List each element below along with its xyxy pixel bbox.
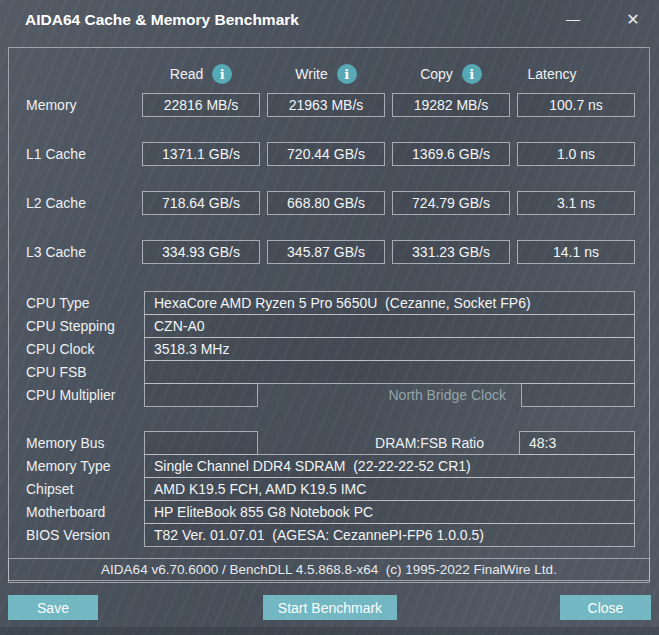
cpu-info-group: CPU Type HexaCore AMD Ryzen 5 Pro 5650U …: [9, 291, 649, 408]
l1-latency-value: 1.0 ns: [517, 142, 635, 166]
memory-type-value: Single Channel DDR4 SDRAM (22-22-22-52 C…: [144, 454, 635, 478]
main-panel: Read i Write i Copy i Latency Memory 228…: [8, 47, 650, 583]
version-info: AIDA64 v6.70.6000 / BenchDLL 4.5.868.8-x…: [8, 558, 650, 581]
cpu-clock-label: CPU Clock: [26, 337, 94, 361]
l1-write-value: 720.44 GB/s: [267, 142, 385, 166]
cpu-fsb-label: CPU FSB: [26, 360, 87, 384]
close-icon: ✕: [626, 10, 639, 29]
benchmark-row-l1-cache: L1 Cache 1371.1 GB/s 720.44 GB/s 1369.6 …: [9, 142, 649, 166]
start-benchmark-button[interactable]: Start Benchmark: [263, 595, 397, 620]
benchmark-row-memory: Memory 22816 MB/s 21963 MB/s 19282 MB/s …: [9, 93, 649, 117]
benchmark-header: Read i Write i Copy i Latency: [9, 63, 649, 85]
write-info-icon[interactable]: i: [337, 64, 357, 84]
cpu-multiplier-value: [144, 383, 258, 407]
north-bridge-clock-value: [521, 383, 635, 407]
l3-copy-value: 331.23 GB/s: [392, 240, 510, 264]
minimize-button[interactable]: —: [556, 2, 590, 36]
chipset-value: AMD K19.5 FCH, AMD K19.5 IMC: [144, 477, 635, 501]
chipset-label: Chipset: [26, 477, 73, 501]
latency-header-label: Latency: [527, 66, 576, 82]
minimize-icon: —: [566, 11, 580, 27]
save-button[interactable]: Save: [8, 595, 98, 620]
cpu-type-label: CPU Type: [26, 291, 90, 315]
row-label-l2-cache: L2 Cache: [26, 191, 86, 215]
row-label-l3-cache: L3 Cache: [26, 240, 86, 264]
motherboard-value: HP EliteBook 855 G8 Notebook PC: [144, 500, 635, 524]
bios-version-label: BIOS Version: [26, 523, 110, 547]
memory-read-value: 22816 MB/s: [142, 93, 260, 117]
l2-copy-value: 724.79 GB/s: [392, 191, 510, 215]
window-title: AIDA64 Cache & Memory Benchmark: [25, 0, 299, 40]
l1-read-value: 1371.1 GB/s: [142, 142, 260, 166]
column-header-read: Read i: [142, 63, 260, 85]
system-info-group: Memory Bus DRAM:FSB Ratio 48:3 Memory Ty…: [9, 431, 649, 548]
column-header-latency: Latency: [517, 63, 635, 85]
l3-read-value: 334.93 GB/s: [142, 240, 260, 264]
north-bridge-clock-label: North Bridge Clock: [309, 383, 506, 407]
cpu-type-value: HexaCore AMD Ryzen 5 Pro 5650U (Cezanne,…: [144, 291, 635, 315]
l2-latency-value: 3.1 ns: [517, 191, 635, 215]
l2-write-value: 668.80 GB/s: [267, 191, 385, 215]
column-header-write: Write i: [267, 63, 385, 85]
cpu-fsb-value: [144, 360, 635, 384]
l3-latency-value: 14.1 ns: [517, 240, 635, 264]
cpu-stepping-value: CZN-A0: [144, 314, 635, 338]
memory-copy-value: 19282 MB/s: [392, 93, 510, 117]
motherboard-label: Motherboard: [26, 500, 105, 524]
dram-fsb-ratio-label: DRAM:FSB Ratio: [289, 431, 484, 455]
benchmark-row-l3-cache: L3 Cache 334.93 GB/s 345.87 GB/s 331.23 …: [9, 240, 649, 264]
l3-write-value: 345.87 GB/s: [267, 240, 385, 264]
bios-version-value: T82 Ver. 01.07.01 (AGESA: CezannePI-FP6 …: [144, 523, 635, 547]
row-label-l1-cache: L1 Cache: [26, 142, 86, 166]
write-header-label: Write: [295, 66, 327, 82]
close-button[interactable]: Close: [560, 595, 651, 620]
l2-read-value: 718.64 GB/s: [142, 191, 260, 215]
memory-type-label: Memory Type: [26, 454, 111, 478]
l1-copy-value: 1369.6 GB/s: [392, 142, 510, 166]
copy-info-icon[interactable]: i: [462, 64, 482, 84]
titlebar: AIDA64 Cache & Memory Benchmark — ✕: [0, 0, 659, 40]
window-bottom-edge: [0, 627, 659, 635]
cpu-multiplier-label: CPU Multiplier: [26, 383, 115, 407]
read-info-icon[interactable]: i: [212, 64, 232, 84]
copy-header-label: Copy: [420, 66, 453, 82]
read-header-label: Read: [170, 66, 203, 82]
cpu-clock-value: 3518.3 MHz: [144, 337, 635, 361]
dram-fsb-ratio-value: 48:3: [519, 431, 635, 455]
memory-bus-value: [144, 431, 258, 455]
memory-latency-value: 100.7 ns: [517, 93, 635, 117]
column-header-copy: Copy i: [392, 63, 510, 85]
memory-write-value: 21963 MB/s: [267, 93, 385, 117]
close-window-button[interactable]: ✕: [616, 2, 650, 36]
benchmark-row-l2-cache: L2 Cache 718.64 GB/s 668.80 GB/s 724.79 …: [9, 191, 649, 215]
row-label-memory: Memory: [26, 93, 77, 117]
memory-bus-label: Memory Bus: [26, 431, 105, 455]
cpu-stepping-label: CPU Stepping: [26, 314, 115, 338]
